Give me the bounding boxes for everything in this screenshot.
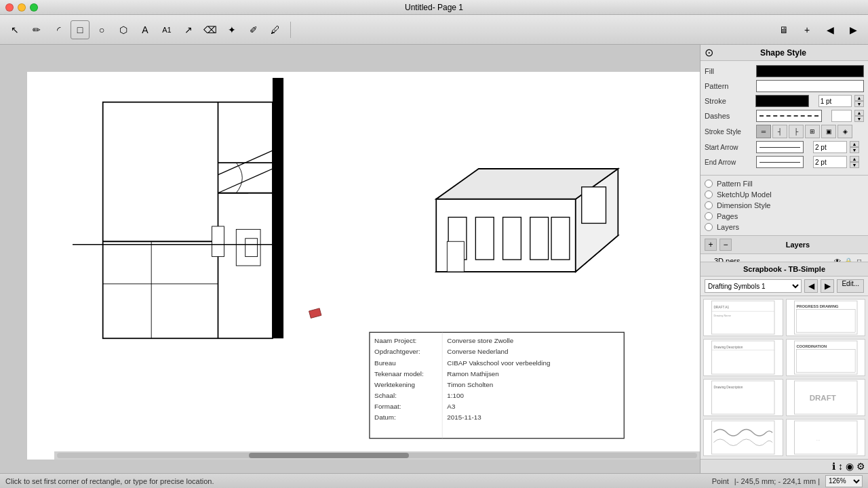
pattern-preview[interactable] [756,80,864,92]
layers-list: 3D pers. 👁 🔒 □ Default 👁 🔒 □ ✎ Muren BE [701,254,868,262]
status-message: Click to set first corner of rectangle, … [5,477,214,485]
layer-eye-icon[interactable]: 👁 [833,256,842,262]
ss-btn-4[interactable]: ⊞ [805,125,820,138]
start-arrow-size[interactable]: 2 pt [813,141,847,153]
toolbar-right: 🖥 + ◀ ▶ [774,20,863,39]
remove-layer-button[interactable]: − [719,239,732,251]
svg-text:Schaal:: Schaal: [374,392,397,399]
floor-plan-svg: Naam Project: Converse store Zwolle Opdr… [27,72,700,460]
tool-select[interactable]: ↖ [5,20,24,39]
fill-preview[interactable] [756,65,864,77]
ss-btn-2[interactable]: ┤ [772,125,787,138]
scrapbook-edit[interactable]: Edit... [837,279,864,293]
scroll-track[interactable] [57,453,697,458]
scrapbook-prev[interactable]: ◀ [804,279,818,293]
tool-next-page[interactable]: ▶ [844,20,863,39]
tool-pen[interactable]: 🖊 [266,20,285,39]
end-arrow-preview[interactable] [756,156,804,168]
svg-rect-20 [475,218,494,260]
ss-btn-3[interactable]: ├ [789,125,804,138]
start-arrow-down[interactable]: ▼ [850,147,859,153]
stroke-stepper[interactable]: ▲ ▼ [854,95,864,107]
svg-text:Drawing Name: Drawing Name [713,314,730,317]
minimize-button[interactable] [18,3,26,12]
stroke-up[interactable]: ▲ [854,95,864,101]
tool-rectangle[interactable]: □ [71,20,90,39]
target-icon[interactable]: ◉ [846,461,854,472]
start-arrow-up[interactable]: ▲ [850,141,859,147]
info-icon[interactable]: ℹ [832,461,835,472]
scrap-item-8[interactable]: ... [786,419,866,456]
radio-sketchup-model[interactable]: SketchUp Model [705,189,864,200]
tool-eyedropper[interactable]: ✐ [244,20,263,39]
resize-icon[interactable]: ↕ [838,461,843,472]
tool-arc[interactable]: ◜ [49,20,68,39]
svg-text:1:100: 1:100 [447,392,464,399]
dashes-size-input[interactable] [831,110,852,122]
radio-layers[interactable]: Layers [705,222,864,232]
end-arrow-up[interactable]: ▲ [850,156,859,162]
svg-rect-14 [309,308,321,319]
dashes-preview[interactable] [756,110,822,122]
horizontal-scrollbar[interactable] [54,451,700,460]
radio-dimension-style[interactable]: Dimension Style [705,200,864,211]
svg-text:DRAFT: DRAFT [809,394,835,402]
start-arrow-stepper[interactable]: ▲ ▼ [850,141,859,153]
end-arrow-row: End Arrow 2 pt ▲ ▼ [705,156,864,168]
canvas-area[interactable]: Naam Project: Converse store Zwolle Opdr… [0,45,700,473]
zoom-select[interactable]: 126% 100% 75% 50% [825,475,863,487]
scrapbook-next[interactable]: ▶ [821,279,834,293]
tool-pencil[interactable]: ✏ [27,20,46,39]
stroke-label: Stroke [705,97,753,105]
radio-pattern-fill[interactable]: Pattern Fill [705,178,864,189]
svg-text:Ramon Mathijsen: Ramon Mathijsen [447,370,498,378]
scrap-item-5[interactable]: Drawing Description [703,379,783,416]
stroke-size-input[interactable]: 1 pt [818,95,852,107]
layer-lock-icon[interactable]: 🔒 [844,256,853,262]
end-arrow-size[interactable]: 2 pt [813,156,847,168]
tool-text[interactable]: A [136,20,155,39]
svg-rect-10 [212,226,224,257]
dashes-down[interactable]: ▼ [854,116,864,122]
svg-rect-22 [530,218,549,260]
radio-section: Pattern Fill SketchUp Model Dimension St… [701,176,868,236]
scrapbook-dropdown[interactable]: Drafting Symbols 1 [705,279,802,293]
tool-polygon[interactable]: ⬡ [114,20,133,39]
scrap-item-3[interactable]: Drawing Description [703,339,783,376]
layer-page-icon[interactable]: □ [854,256,864,262]
scroll-thumb[interactable] [249,453,409,458]
scrap-item-6[interactable]: DRAFT [786,379,866,416]
ss-btn-6[interactable]: ◈ [837,125,852,138]
stroke-preview[interactable] [755,95,809,107]
stroke-down[interactable]: ▼ [854,101,864,107]
svg-text:Converse store Zwolle: Converse store Zwolle [447,337,513,344]
panel-globe-icon[interactable]: ⊙ [705,46,713,59]
maximize-button[interactable] [30,3,38,12]
close-button[interactable] [5,3,14,12]
tool-add-page[interactable]: + [797,20,816,39]
ss-btn-1[interactable]: ═ [756,125,771,138]
start-arrow-preview[interactable] [756,141,804,153]
settings-icon[interactable]: ⚙ [856,461,865,472]
tool-dimension[interactable]: ↗ [179,20,198,39]
scrap-item-1[interactable]: DRAFT A1 Drawing Name [703,299,783,336]
ss-btn-5[interactable]: ▣ [821,125,836,138]
tool-monitor[interactable]: 🖥 [774,20,793,39]
tool-paint[interactable]: ✦ [222,20,241,39]
end-arrow-stepper[interactable]: ▲ ▼ [850,156,859,168]
dashes-up[interactable]: ▲ [854,110,864,116]
dashes-stepper[interactable]: ▲ ▼ [854,110,864,122]
scrap-item-2[interactable]: PROGRESS DRAWING [786,299,866,336]
scrap-item-4[interactable]: COORDINATION [786,339,866,376]
dashes-label: Dashes [705,112,753,120]
scrap-item-7[interactable] [703,419,783,456]
tool-eraser[interactable]: ⌫ [201,20,220,39]
layer-item-3dpers[interactable]: 3D pers. 👁 🔒 □ [701,254,868,262]
radio-pages[interactable]: Pages [705,211,864,222]
tool-circle[interactable]: ○ [92,20,111,39]
add-layer-button[interactable]: + [705,239,717,251]
tool-prev-page[interactable]: ◀ [821,20,840,39]
tool-label[interactable]: A1 [157,20,176,39]
svg-text:...: ... [816,436,820,442]
end-arrow-down[interactable]: ▼ [850,162,859,168]
